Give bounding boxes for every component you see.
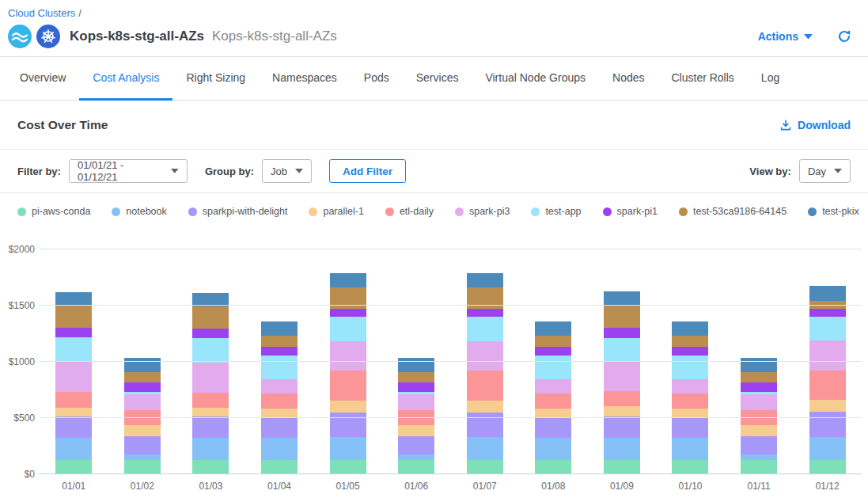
stacked-bar-01-10[interactable]: [672, 321, 708, 474]
legend-item-test-pkix[interactable]: test-pkix: [808, 206, 859, 217]
bar-segment-etl-daily[interactable]: [330, 371, 366, 401]
bar-segment-parallel-1[interactable]: [55, 408, 92, 416]
bar-segment-spark-pi3[interactable]: [741, 394, 777, 410]
bar-segment-test-53ca9186-64145[interactable]: [741, 372, 777, 382]
bar-segment-test-pkix[interactable]: [535, 321, 571, 336]
stacked-bar-01-07[interactable]: [467, 273, 503, 474]
bar-segment-test-53ca9186-64145[interactable]: [535, 336, 571, 347]
tab-nodes[interactable]: Nodes: [599, 57, 658, 101]
legend-item-sparkpi-with-delight[interactable]: sparkpi-with-delight: [188, 206, 288, 217]
bar-segment-etl-daily[interactable]: [261, 394, 298, 409]
tab-pods[interactable]: Pods: [351, 57, 403, 101]
bar-segment-sparkpi-with-delight[interactable]: [741, 436, 777, 454]
bar-segment-test-pkix[interactable]: [330, 273, 366, 287]
bar-segment-test-53ca9186-64145[interactable]: [672, 336, 708, 347]
bar-segment-test-53ca9186-64145[interactable]: [398, 372, 434, 382]
legend-item-pi-aws-conda[interactable]: pi-aws-conda: [17, 206, 90, 217]
stacked-bar-01-03[interactable]: [192, 293, 229, 474]
refresh-button[interactable]: [836, 29, 852, 44]
legend-item-parallel-1[interactable]: parallel-1: [309, 206, 363, 217]
bar-segment-parallel-1[interactable]: [261, 409, 298, 417]
bar-segment-test-53ca9186-64145[interactable]: [330, 287, 366, 310]
bar-segment-sparkpi-with-delight[interactable]: [809, 412, 846, 437]
breadcrumb-link-cloud-clusters[interactable]: Cloud Clusters: [8, 7, 75, 19]
bar-segment-test-53ca9186-64145[interactable]: [124, 372, 161, 382]
legend-item-etl-daily[interactable]: etl-daily: [385, 206, 434, 217]
bar-segment-notebook[interactable]: [535, 438, 571, 460]
bar-segment-test-app[interactable]: [55, 337, 92, 362]
bar-segment-sparkpi-with-delight[interactable]: [330, 413, 366, 437]
bar-segment-parallel-1[interactable]: [741, 425, 777, 436]
bar-segment-pi-aws-conda[interactable]: [330, 460, 366, 474]
legend-item-test-53ca9186-64145[interactable]: test-53ca9186-64145: [679, 206, 787, 217]
bar-segment-sparkpi-with-delight[interactable]: [192, 416, 229, 438]
bar-segment-pi-aws-conda[interactable]: [261, 460, 298, 474]
bar-segment-etl-daily[interactable]: [809, 371, 846, 401]
bar-segment-notebook[interactable]: [55, 438, 92, 460]
bar-segment-spark-pi1[interactable]: [192, 329, 229, 338]
bar-segment-test-pkix[interactable]: [124, 358, 161, 372]
bar-segment-test-pkix[interactable]: [672, 321, 708, 336]
bar-segment-parallel-1[interactable]: [535, 409, 571, 417]
bar-segment-spark-pi1[interactable]: [604, 328, 640, 338]
bar-segment-notebook[interactable]: [398, 454, 434, 460]
bar-segment-etl-daily[interactable]: [535, 394, 571, 409]
stacked-bar-01-02[interactable]: [124, 358, 161, 474]
tab-virtual-node-groups[interactable]: Virtual Node Groups: [472, 57, 599, 101]
bar-segment-spark-pi1[interactable]: [261, 347, 298, 356]
date-range-select[interactable]: 01/01/21 - 01/12/21: [69, 159, 188, 183]
tab-cluster-rolls[interactable]: Cluster Rolls: [658, 57, 747, 101]
bar-segment-notebook[interactable]: [741, 454, 777, 460]
legend-item-notebook[interactable]: notebook: [112, 206, 166, 217]
bar-segment-parallel-1[interactable]: [672, 409, 708, 417]
bar-segment-spark-pi3[interactable]: [261, 379, 298, 394]
bar-segment-etl-daily[interactable]: [192, 393, 229, 408]
bar-segment-notebook[interactable]: [124, 454, 161, 460]
stacked-bar-01-09[interactable]: [604, 291, 640, 474]
bar-segment-parallel-1[interactable]: [398, 425, 434, 436]
bar-segment-spark-pi3[interactable]: [55, 362, 92, 392]
bar-segment-test-53ca9186-64145[interactable]: [55, 306, 92, 328]
bar-segment-test-app[interactable]: [809, 317, 846, 341]
bar-segment-etl-daily[interactable]: [55, 392, 92, 407]
bar-segment-sparkpi-with-delight[interactable]: [535, 417, 571, 438]
bar-segment-notebook[interactable]: [261, 438, 298, 460]
bar-segment-notebook[interactable]: [192, 438, 229, 460]
bar-segment-parallel-1[interactable]: [192, 408, 229, 416]
bar-segment-pi-aws-conda[interactable]: [809, 460, 846, 474]
bar-segment-sparkpi-with-delight[interactable]: [467, 413, 503, 437]
bar-segment-sparkpi-with-delight[interactable]: [55, 416, 92, 438]
bar-segment-test-app[interactable]: [261, 356, 298, 380]
actions-button[interactable]: Actions: [758, 30, 813, 43]
bar-segment-spark-pi1[interactable]: [672, 347, 708, 356]
tab-services[interactable]: Services: [403, 57, 472, 101]
bar-segment-etl-daily[interactable]: [467, 371, 503, 401]
tab-log[interactable]: Log: [748, 57, 793, 101]
bar-segment-test-pkix[interactable]: [55, 292, 92, 306]
bar-segment-spark-pi1[interactable]: [55, 328, 92, 337]
stacked-bar-01-11[interactable]: [741, 358, 777, 474]
bar-segment-pi-aws-conda[interactable]: [672, 460, 708, 474]
bar-segment-test-app[interactable]: [535, 356, 571, 380]
bar-segment-test-app[interactable]: [192, 338, 229, 363]
bar-segment-test-53ca9186-64145[interactable]: [261, 336, 298, 347]
bar-segment-pi-aws-conda[interactable]: [55, 460, 92, 474]
bar-segment-pi-aws-conda[interactable]: [467, 460, 503, 474]
bar-segment-test-pkix[interactable]: [398, 358, 434, 372]
bar-segment-spark-pi3[interactable]: [809, 340, 846, 371]
tab-right-sizing[interactable]: Right Sizing: [172, 57, 259, 101]
download-button[interactable]: Download: [779, 119, 851, 131]
add-filter-button[interactable]: Add Filter: [329, 159, 406, 183]
bar-segment-spark-pi3[interactable]: [124, 394, 161, 410]
bar-segment-spark-pi1[interactable]: [809, 309, 846, 316]
stacked-bar-01-01[interactable]: [55, 292, 92, 474]
bar-segment-parallel-1[interactable]: [809, 400, 846, 412]
legend-item-spark-pi3[interactable]: spark-pi3: [455, 206, 510, 217]
stacked-bar-01-05[interactable]: [330, 273, 366, 474]
legend-item-test-app[interactable]: test-app: [531, 206, 581, 217]
bar-segment-spark-pi3[interactable]: [672, 379, 708, 394]
bar-segment-notebook[interactable]: [672, 438, 708, 460]
bar-segment-pi-aws-conda[interactable]: [741, 460, 777, 474]
tab-cost-analysis[interactable]: Cost Analysis: [79, 57, 172, 101]
bar-segment-test-pkix[interactable]: [467, 273, 503, 287]
